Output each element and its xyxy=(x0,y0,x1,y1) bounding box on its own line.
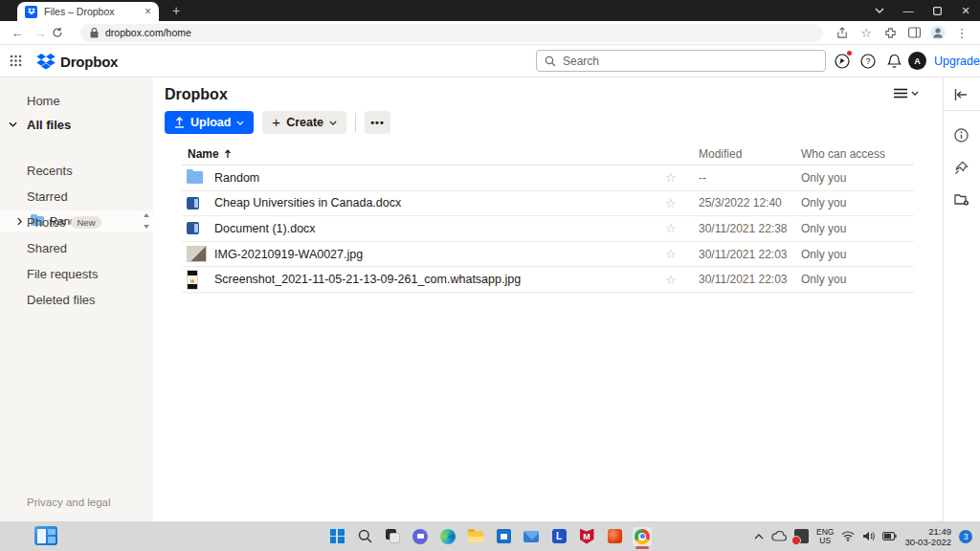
teams-chat-icon[interactable] xyxy=(411,527,430,546)
wifi-icon[interactable] xyxy=(841,531,855,541)
file-name[interactable]: Document (1).docx xyxy=(214,222,665,235)
language-indicator[interactable]: ENGUS xyxy=(816,528,834,545)
file-name[interactable]: IMG-20210919-WA0027.jpg xyxy=(214,248,665,261)
table-row[interactable]: Screenshot_2021-11-05-21-13-09-261_com.w… xyxy=(182,267,914,293)
star-icon[interactable]: ☆ xyxy=(665,221,699,235)
office-icon[interactable] xyxy=(605,527,624,546)
word-doc-icon xyxy=(187,222,199,234)
upload-icon xyxy=(174,117,185,128)
side-panel-icon[interactable] xyxy=(906,25,922,40)
start-button[interactable] xyxy=(327,527,346,546)
toolbar-divider xyxy=(355,113,356,132)
new-badge: New xyxy=(71,216,100,229)
share-icon[interactable] xyxy=(835,25,850,40)
table-row[interactable]: IMG-20210919-WA0027.jpg ☆ 30/11/2021 22:… xyxy=(182,242,914,268)
table-row[interactable]: Random ☆ -- Only you xyxy=(182,165,914,191)
onedrive-cloud-icon[interactable] xyxy=(771,531,787,541)
table-row[interactable]: Cheap Universities in Canada.docx ☆ 25/3… xyxy=(182,191,914,217)
task-view-icon[interactable] xyxy=(383,527,402,546)
tray-chevron-up-icon[interactable] xyxy=(754,534,764,540)
sidebar-item-all-files[interactable]: All files xyxy=(27,118,71,132)
l-app-icon[interactable]: L xyxy=(549,527,568,546)
dropbox-wordmark: Dropbox xyxy=(60,54,118,70)
account-avatar[interactable]: A xyxy=(908,52,926,70)
microsoft-store-icon[interactable] xyxy=(494,527,513,546)
notifications-bell-icon[interactable] xyxy=(883,51,904,72)
chevron-down-icon xyxy=(911,91,919,96)
page-title: Dropbox xyxy=(165,86,228,103)
right-rail xyxy=(943,77,980,521)
pin-icon[interactable] xyxy=(954,161,969,175)
column-header-name[interactable]: Name xyxy=(182,147,665,161)
create-button[interactable]: + Create xyxy=(262,111,346,134)
window-close-button[interactable]: ✕ xyxy=(951,0,980,21)
tree-scroll-stepper[interactable] xyxy=(142,213,150,229)
back-icon[interactable]: ← xyxy=(6,26,29,40)
whats-new-icon[interactable] xyxy=(832,51,853,72)
extensions-icon[interactable] xyxy=(882,25,898,40)
reload-icon[interactable] xyxy=(52,27,75,38)
star-icon[interactable]: ☆ xyxy=(665,273,699,287)
browser-toolbar: ← → dropbox.com/home ☆ ⋮ xyxy=(0,21,980,45)
volume-icon[interactable] xyxy=(862,531,875,541)
sidebar-item-photos[interactable]: Photos New xyxy=(27,215,101,230)
browser-menu-icon[interactable]: ⋮ xyxy=(954,25,969,40)
sidebar-item-home[interactable]: Home xyxy=(27,94,60,108)
list-view-icon xyxy=(894,88,907,99)
sidebar-item-starred[interactable]: Starred xyxy=(27,189,68,204)
file-modified: 30/11/2021 22:03 xyxy=(699,273,801,286)
folder-settings-icon[interactable] xyxy=(954,192,969,206)
file-name[interactable]: Random xyxy=(214,171,665,185)
apps-grid-icon[interactable] xyxy=(10,55,22,67)
column-header-access[interactable]: Who can access xyxy=(801,147,914,161)
new-tab-button[interactable]: + xyxy=(168,4,184,19)
tab-close-icon[interactable]: × xyxy=(145,5,151,18)
column-header-modified[interactable]: Modified xyxy=(699,147,801,161)
clock[interactable]: 21:49 30-03-2022 xyxy=(904,526,951,547)
taskbar-search-icon[interactable] xyxy=(355,527,374,546)
browser-profile-avatar[interactable] xyxy=(930,25,946,40)
file-modified: -- xyxy=(699,171,801,185)
info-icon[interactable] xyxy=(954,128,969,143)
star-icon[interactable]: ☆ xyxy=(665,170,699,185)
more-actions-button[interactable]: ••• xyxy=(365,111,390,134)
search-icon xyxy=(545,55,556,67)
file-name[interactable]: Screenshot_2021-11-05-21-13-09-261_com.w… xyxy=(214,273,665,286)
star-icon[interactable]: ☆ xyxy=(665,247,699,261)
sidebar-item-shared[interactable]: Shared xyxy=(27,241,67,255)
battery-icon[interactable] xyxy=(882,532,897,540)
browser-tab[interactable]: Files – Dropbox × xyxy=(17,2,159,21)
sidebar-item-recents[interactable]: Recents xyxy=(27,164,73,178)
view-toggle-button[interactable] xyxy=(894,88,919,99)
file-name[interactable]: Cheap Universities in Canada.docx xyxy=(214,196,665,209)
window-minimize-button[interactable]: — xyxy=(894,0,923,21)
mcafee-icon[interactable]: M xyxy=(577,527,596,546)
tab-search-icon[interactable] xyxy=(865,0,894,21)
forward-icon[interactable]: → xyxy=(29,26,52,40)
sidebar-item-deleted-files[interactable]: Deleted files xyxy=(27,293,96,307)
sort-ascending-icon xyxy=(224,149,232,159)
chrome-icon[interactable] xyxy=(633,527,652,546)
search-input[interactable]: Search xyxy=(536,50,826,72)
dropbox-logo[interactable]: Dropbox xyxy=(36,54,118,70)
file-explorer-icon[interactable] xyxy=(466,527,485,546)
taskbar-icons: L M xyxy=(327,521,652,551)
privacy-legal-link[interactable]: Privacy and legal xyxy=(27,496,111,508)
collapse-panel-icon[interactable] xyxy=(954,89,968,100)
edge-icon[interactable] xyxy=(438,527,457,546)
notification-count-badge[interactable]: 3 xyxy=(959,530,972,543)
address-bar[interactable]: dropbox.com/home xyxy=(80,24,823,42)
chevron-down-icon[interactable] xyxy=(9,121,17,127)
widgets-icon[interactable] xyxy=(34,526,57,545)
help-icon[interactable]: ? xyxy=(858,51,879,72)
bookmark-star-icon[interactable]: ☆ xyxy=(858,25,874,40)
star-icon[interactable]: ☆ xyxy=(665,196,699,210)
upload-button[interactable]: Upload xyxy=(165,111,254,134)
upgrade-link[interactable]: Upgrade xyxy=(934,55,980,68)
chevron-right-icon[interactable] xyxy=(17,217,22,226)
window-maximize-button[interactable] xyxy=(923,0,951,21)
mail-icon[interactable] xyxy=(522,527,541,546)
table-row[interactable]: Document (1).docx ☆ 30/11/2021 22:38 Onl… xyxy=(182,216,914,242)
tray-app-icon[interactable] xyxy=(794,529,809,543)
sidebar-item-file-requests[interactable]: File requests xyxy=(27,267,98,281)
